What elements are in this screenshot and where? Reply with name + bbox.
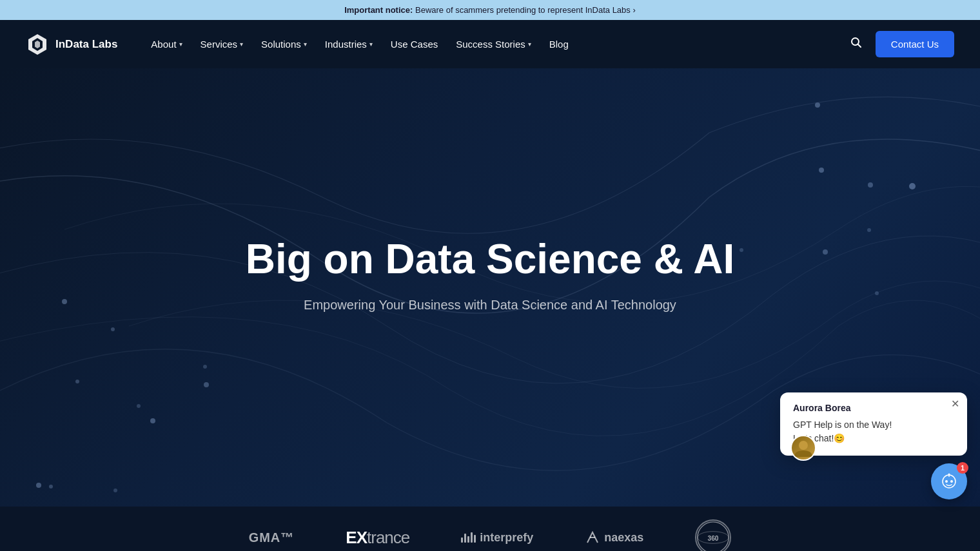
hero-title: Big on Data Science & AI	[246, 237, 735, 282]
svg-point-24	[799, 441, 808, 450]
svg-point-5	[137, 404, 141, 408]
naexas-icon	[585, 530, 600, 545]
svg-point-15	[823, 249, 828, 255]
svg-point-11	[49, 485, 53, 488]
logo-text: InData Labs	[55, 38, 117, 51]
nav-item-about[interactable]: About ▾	[143, 34, 190, 55]
svg-point-16	[815, 102, 820, 108]
svg-point-7	[203, 365, 207, 369]
chat-bubble[interactable]: ✕ Aurora Borea GPT Help is on the Way! L…	[780, 392, 967, 456]
svg-point-14	[819, 168, 824, 173]
notice-link[interactable]: ›	[632, 5, 635, 15]
navbar: InData Labs About ▾ Services ▾ Solutions…	[0, 20, 980, 68]
nav-item-use-cases[interactable]: Use Cases	[383, 34, 446, 55]
nav-item-industries[interactable]: Industries ▾	[317, 34, 380, 55]
notice-bold: Important notice:	[344, 5, 413, 15]
svg-point-27	[950, 480, 953, 483]
interprefy-label: interprefy	[480, 531, 533, 545]
nav-item-services[interactable]: Services ▾	[193, 34, 251, 55]
svg-point-4	[111, 327, 115, 331]
svg-point-29	[948, 474, 950, 476]
nav-right: Contact Us	[847, 31, 954, 57]
avatar-icon	[792, 436, 815, 459]
chat-fab-button[interactable]: 1	[931, 463, 967, 499]
chat-badge: 1	[957, 462, 968, 474]
svg-point-26	[945, 480, 948, 483]
chevron-down-icon: ▾	[179, 41, 182, 48]
logo-icon	[26, 33, 49, 56]
svg-point-17	[867, 228, 871, 232]
brand-naexas: naexas	[585, 530, 643, 545]
chat-close-button[interactable]: ✕	[951, 399, 959, 409]
brand-360: 360	[695, 519, 731, 551]
brand-gma: GMA™	[249, 530, 295, 545]
chevron-down-icon: ▾	[240, 41, 243, 48]
svg-point-8	[204, 382, 209, 387]
svg-point-9	[113, 488, 117, 492]
svg-text:360: 360	[708, 535, 719, 542]
nav-item-blog[interactable]: Blog	[542, 34, 576, 55]
nav-item-solutions[interactable]: Solutions ▾	[253, 34, 315, 55]
notice-bar: Important notice: Beware of scammers pre…	[0, 0, 980, 20]
svg-point-2	[62, 299, 67, 304]
naexas-label: naexas	[604, 531, 643, 545]
svg-point-3	[75, 380, 79, 383]
chat-avatar	[790, 435, 816, 461]
hero-subtitle: Empowering Your Business with Data Scien…	[246, 298, 735, 313]
notice-text: Beware of scammers pretending to represe…	[415, 5, 632, 15]
svg-point-19	[875, 291, 879, 295]
hero-content: Big on Data Science & AI Empowering Your…	[246, 237, 735, 312]
interprefy-bars-icon	[461, 532, 476, 543]
360-icon: 360	[696, 519, 730, 551]
nav-item-success-stories[interactable]: Success Stories ▾	[448, 34, 539, 55]
chat-bot-icon	[940, 472, 958, 490]
chevron-down-icon: ▾	[528, 41, 531, 48]
brands-bar: GMA™ EXtrance interprefy naexas 360	[0, 507, 980, 551]
chevron-down-icon: ▾	[304, 41, 307, 48]
search-icon	[850, 36, 863, 49]
nav-links: About ▾ Services ▾ Solutions ▾ Industrie…	[143, 34, 847, 55]
brand-extrance: EXtrance	[346, 528, 409, 548]
svg-line-1	[858, 44, 861, 48]
svg-point-18	[868, 182, 873, 188]
svg-point-20	[909, 183, 916, 189]
chat-message: GPT Help is on the Way! Let's chat!😊	[793, 418, 954, 445]
search-button[interactable]	[847, 34, 865, 55]
chevron-down-icon: ▾	[369, 41, 373, 48]
svg-point-6	[150, 418, 155, 423]
contact-button[interactable]: Contact Us	[876, 31, 954, 57]
chat-widget: ✕ Aurora Borea GPT Help is on the Way! L…	[780, 392, 967, 499]
svg-point-10	[36, 483, 41, 488]
logo-link[interactable]: InData Labs	[26, 33, 117, 56]
chat-agent-name: Aurora Borea	[793, 403, 954, 413]
svg-point-13	[740, 248, 743, 252]
brand-interprefy: interprefy	[461, 531, 533, 545]
